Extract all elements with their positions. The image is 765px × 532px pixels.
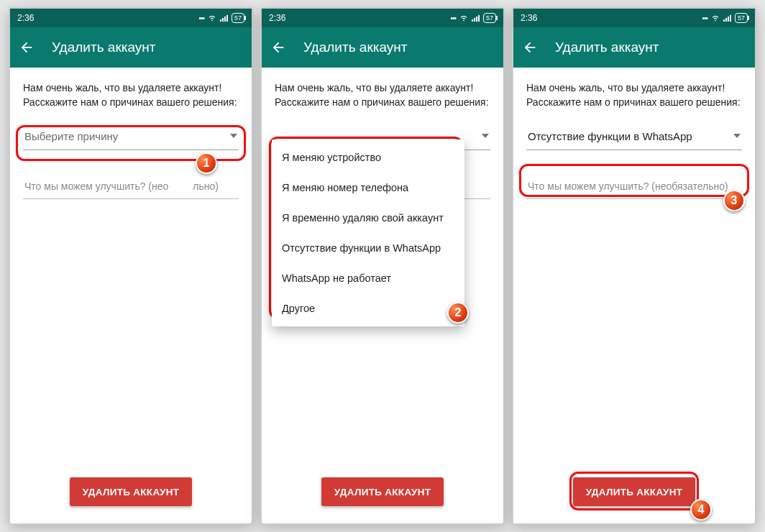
battery-indicator: 57	[483, 13, 496, 23]
appbar-title: Удалить аккаунт	[52, 40, 155, 55]
back-arrow-icon[interactable]	[19, 40, 35, 55]
delete-account-button[interactable]: УДАЛИТЬ АККАУНТ	[321, 477, 444, 506]
status-bar: 2:36 57	[262, 9, 503, 27]
step-badge-2: 2	[447, 302, 469, 324]
status-icons: 57	[702, 12, 748, 24]
content-area: Нам очень жаль, что вы удаляете аккаунт!…	[10, 68, 252, 477]
phone-screen-1: 2:36 57 Удалить аккаунт Нам очень жаль, …	[9, 7, 253, 525]
status-time: 2:36	[269, 13, 285, 23]
reason-option[interactable]: WhatsApp не работает	[272, 263, 464, 293]
reason-dropdown-menu: Я меняю устройство Я меняю номер телефон…	[272, 139, 464, 326]
chevron-down-icon	[482, 134, 489, 138]
chevron-down-icon	[733, 134, 741, 138]
delete-account-button[interactable]: УДАЛИТЬ АККАУНТ	[70, 477, 192, 506]
wifi-icon	[459, 12, 469, 24]
reason-option[interactable]: Я временно удаляю свой аккаунт	[272, 203, 464, 233]
reason-dropdown[interactable]: Выберите причину	[23, 123, 239, 150]
reason-option[interactable]: Я меняю устройство	[272, 142, 464, 173]
battery-indicator: 57	[232, 13, 244, 23]
prompt-text: Нам очень жаль, что вы удаляете аккаунт!…	[526, 81, 742, 110]
feedback-input[interactable]: Что мы можем улучшить? (необязательно)	[526, 175, 742, 199]
menu-dots-icon	[198, 13, 204, 23]
step-badge-4: 4	[690, 499, 712, 520]
menu-dots-icon	[450, 13, 456, 23]
footer: УДАЛИТЬ АККАУНТ	[10, 477, 252, 523]
phone-screen-2: 2:36 57 Удалить аккаунт Нам очень жаль, …	[260, 7, 505, 525]
status-bar: 2:36 57	[513, 9, 755, 27]
appbar-title: Удалить аккаунт	[303, 40, 407, 55]
prompt-text: Нам очень жаль, что вы удаляете аккаунт!…	[275, 81, 490, 110]
back-arrow-icon[interactable]	[522, 40, 538, 55]
status-bar: 2:36 57	[10, 9, 252, 27]
back-arrow-icon[interactable]	[270, 40, 286, 55]
dropdown-placeholder: Выберите причину	[24, 130, 118, 142]
menu-dots-icon	[702, 13, 707, 23]
battery-indicator: 57	[735, 13, 748, 23]
footer: УДАЛИТЬ АККАУНТ	[262, 477, 503, 523]
reason-option[interactable]: Отсутствие функции в WhatsApp	[272, 233, 464, 263]
app-bar: Удалить аккаунт	[513, 27, 755, 68]
signal-icon	[472, 14, 480, 22]
app-bar: Удалить аккаунт	[262, 27, 503, 68]
content-area: Нам очень жаль, что вы удаляете аккаунт!…	[513, 68, 755, 477]
step-badge-3: 3	[723, 190, 745, 211]
prompt-text: Нам очень жаль, что вы удаляете аккаунт!…	[23, 81, 239, 110]
feedback-input[interactable]: Что мы можем улучшить? (нео льно)	[23, 175, 239, 199]
signal-icon	[723, 14, 732, 22]
status-time: 2:36	[521, 13, 537, 23]
status-icons: 57	[450, 12, 496, 24]
step-badge-1: 1	[196, 152, 217, 174]
chevron-down-icon	[230, 134, 237, 138]
reason-option[interactable]: Я меняю номер телефона	[272, 173, 464, 203]
wifi-icon	[207, 12, 217, 24]
dropdown-selected-value: Отсутствие функции в WhatsApp	[528, 130, 692, 142]
reason-dropdown[interactable]: Отсутствие функции в WhatsApp	[526, 123, 742, 150]
phone-screen-3: 2:36 57 Удалить аккаунт Нам очень жаль, …	[512, 7, 756, 525]
reason-option[interactable]: Другое	[272, 293, 464, 324]
app-bar: Удалить аккаунт	[10, 27, 252, 68]
appbar-title: Удалить аккаунт	[555, 40, 659, 55]
status-icons: 57	[198, 12, 244, 24]
footer: УДАЛИТЬ АККАУНТ 4	[513, 477, 755, 523]
status-time: 2:36	[17, 13, 34, 23]
wifi-icon	[710, 12, 720, 24]
signal-icon	[220, 14, 229, 22]
delete-account-button[interactable]: УДАЛИТЬ АККАУНТ	[573, 477, 695, 506]
